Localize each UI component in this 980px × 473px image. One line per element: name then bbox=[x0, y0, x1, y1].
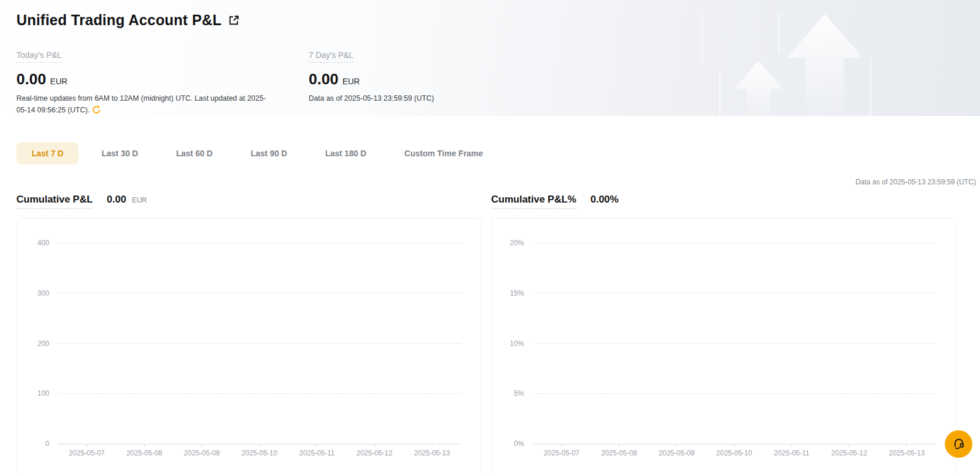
x-axis-tick: 2025-05-07 bbox=[544, 449, 579, 457]
external-link-icon[interactable] bbox=[228, 14, 240, 26]
hero-banner: Unified Trading Account P&L Today's P&L … bbox=[0, 0, 980, 116]
x-axis-tick: 2025-05-08 bbox=[601, 449, 637, 457]
y-axis-tick: 10% bbox=[492, 340, 533, 348]
x-axis-tick: 2025-05-13 bbox=[889, 449, 924, 457]
x-axis-tick: 2025-05-07 bbox=[69, 449, 104, 457]
x-axis-tick: 2025-05-11 bbox=[774, 449, 810, 457]
tab-last-30d[interactable]: Last 30 D bbox=[86, 142, 153, 164]
seven-day-pnl-label[interactable]: 7 Day's P&L bbox=[309, 50, 354, 63]
x-axis-tick: 2025-05-09 bbox=[658, 449, 694, 457]
x-axis: 2025-05-07 2025-05-08 2025-05-09 2025-05… bbox=[533, 444, 936, 457]
timeframe-tabs: Last 7 D Last 30 D Last 60 D Last 90 D L… bbox=[16, 142, 980, 164]
cumulative-pnl-title[interactable]: Cumulative P&L bbox=[16, 194, 93, 209]
x-axis-tick: 2025-05-12 bbox=[831, 449, 867, 457]
headset-icon bbox=[952, 436, 966, 452]
y-axis-tick: 200 bbox=[17, 340, 58, 348]
seven-day-pnl-value: 0.00 bbox=[309, 70, 339, 88]
support-chat-button[interactable] bbox=[945, 430, 972, 458]
seven-day-pnl-block: 7 Day's P&L 0.00 EUR Data as of 2025-05-… bbox=[309, 50, 434, 116]
y-axis-tick: 20% bbox=[492, 239, 533, 247]
seven-day-pnl-note: Data as of 2025-05-13 23:59:59 (UTC) bbox=[309, 92, 434, 104]
tab-last-90d[interactable]: Last 90 D bbox=[235, 142, 302, 164]
todays-pnl-block: Today's P&L 0.00 EUR Real-time updates f… bbox=[16, 50, 309, 116]
todays-pnl-value: 0.00 bbox=[16, 70, 46, 88]
x-axis: 2025-05-07 2025-05-08 2025-05-09 2025-05… bbox=[58, 444, 461, 457]
tab-custom-time-frame[interactable]: Custom Time Frame bbox=[389, 142, 498, 164]
y-axis-tick: 100 bbox=[17, 389, 58, 397]
charts-area: Cumulative P&L 0.00 EUR 400 300 200 100 … bbox=[0, 194, 980, 473]
tab-last-7d[interactable]: Last 7 D bbox=[16, 142, 78, 164]
refresh-icon[interactable] bbox=[92, 105, 101, 116]
cumulative-pnl-percent-chart: 20% 15% 10% 5% 0% 2025-05-07 2025-05-08 … bbox=[491, 218, 957, 473]
tab-last-180d[interactable]: Last 180 D bbox=[310, 142, 381, 164]
cumulative-pnl-percent-section: Cumulative P&L% 0.00% 20% 15% 10% 5% 0% … bbox=[491, 194, 957, 473]
data-as-of-label: Data as of 2025-05-13 23:59:59 (UTC) bbox=[0, 178, 980, 186]
cumulative-pnl-section: Cumulative P&L 0.00 EUR 400 300 200 100 … bbox=[16, 194, 482, 473]
todays-pnl-label[interactable]: Today's P&L bbox=[16, 50, 62, 63]
y-axis-tick: 300 bbox=[17, 289, 58, 297]
x-axis-tick: 2025-05-10 bbox=[241, 449, 277, 457]
x-axis-tick: 2025-05-10 bbox=[716, 449, 752, 457]
x-axis-tick: 2025-05-13 bbox=[414, 449, 450, 457]
x-axis-tick: 2025-05-12 bbox=[357, 449, 392, 457]
y-axis-tick: 5% bbox=[492, 389, 533, 397]
cumulative-pnl-unit: EUR bbox=[132, 196, 146, 204]
tab-last-60d[interactable]: Last 60 D bbox=[161, 142, 228, 164]
cumulative-pnl-chart: 400 300 200 100 0 2025-05-07 2025-05-08 … bbox=[16, 218, 482, 473]
todays-pnl-currency: EUR bbox=[50, 77, 68, 86]
y-axis-tick: 0% bbox=[492, 440, 533, 448]
x-axis-tick: 2025-05-09 bbox=[184, 449, 220, 457]
cumulative-pnl-percent-value: 0.00% bbox=[590, 194, 619, 205]
y-axis-tick: 400 bbox=[17, 239, 58, 247]
y-axis-tick: 15% bbox=[492, 289, 533, 297]
todays-pnl-note: Real-time updates from 6AM to 12AM (midn… bbox=[16, 92, 268, 116]
seven-day-pnl-currency: EUR bbox=[343, 77, 360, 86]
y-axis-tick: 0 bbox=[17, 440, 58, 448]
cumulative-pnl-percent-title[interactable]: Cumulative P&L% bbox=[491, 194, 576, 209]
x-axis-tick: 2025-05-08 bbox=[127, 449, 162, 457]
page-title: Unified Trading Account P&L bbox=[16, 12, 221, 29]
x-axis-tick: 2025-05-11 bbox=[299, 449, 335, 457]
cumulative-pnl-value: 0.00 bbox=[107, 194, 126, 205]
